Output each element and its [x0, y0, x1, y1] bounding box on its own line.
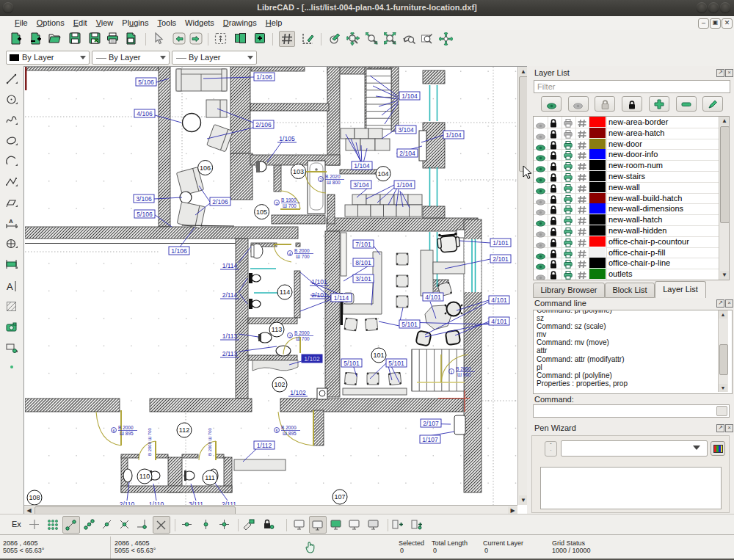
svg-text:B 2020: B 2020 — [325, 174, 341, 179]
svg-text:1/106: 1/106 — [171, 247, 187, 255]
svg-text:3: 3 — [275, 201, 277, 206]
svg-text:Ш 900: Ш 900 — [457, 372, 471, 377]
svg-text:105: 105 — [256, 208, 267, 216]
svg-text:4/101: 4/101 — [425, 294, 441, 301]
svg-text:8/101: 8/101 — [355, 259, 371, 266]
svg-text:B 1900: B 1900 — [281, 197, 297, 203]
svg-text:3/104: 3/104 — [353, 181, 369, 189]
svg-text:B 2000: B 2000 — [294, 330, 310, 335]
svg-text:B 2000: B 2000 — [281, 425, 297, 430]
svg-text:Ш 700: Ш 700 — [296, 254, 310, 259]
svg-text:101: 101 — [373, 352, 384, 359]
svg-text:114: 114 — [280, 288, 290, 296]
svg-text:1/102: 1/102 — [304, 355, 320, 363]
svg-text:2/114: 2/114 — [222, 291, 238, 299]
svg-text:2/106: 2/106 — [255, 121, 272, 128]
svg-text:2: 2 — [319, 178, 321, 182]
svg-text:1/104: 1/104 — [401, 92, 418, 100]
svg-text:B 2000: B 2000 — [118, 425, 134, 430]
svg-text:1/104: 1/104 — [354, 162, 370, 170]
svg-text:3/101: 3/101 — [355, 275, 371, 283]
svg-text:2/101: 2/101 — [493, 255, 509, 263]
svg-text:6: 6 — [112, 429, 115, 433]
svg-text:5/106: 5/106 — [137, 211, 153, 218]
svg-text:4/106: 4/106 — [137, 110, 153, 117]
svg-text:A: A — [7, 281, 13, 292]
svg-text:5/101: 5/101 — [344, 360, 360, 367]
svg-text:110: 110 — [139, 473, 150, 480]
svg-text:Ш 700: Ш 700 — [296, 336, 310, 341]
svg-text:103: 103 — [293, 168, 304, 175]
svg-text:B 2000 Ш 700: B 2000 Ш 700 — [148, 427, 152, 456]
svg-text:Ш 895: Ш 895 — [283, 431, 297, 436]
svg-text:1/106: 1/106 — [256, 73, 272, 81]
svg-text:1/101: 1/101 — [311, 278, 327, 286]
svg-text:5: 5 — [275, 429, 277, 433]
svg-text:104: 104 — [377, 170, 388, 178]
svg-text:108: 108 — [29, 494, 40, 501]
svg-text:1/114: 1/114 — [334, 294, 349, 302]
svg-text:2/107: 2/107 — [423, 420, 439, 427]
svg-text:1/112: 1/112 — [257, 442, 272, 449]
svg-text:1: 1 — [450, 370, 452, 374]
svg-text:7/101: 7/101 — [355, 241, 371, 248]
svg-text:5/101: 5/101 — [388, 360, 404, 367]
svg-text:4/101: 4/101 — [491, 318, 507, 325]
svg-text:3: 3 — [288, 334, 291, 338]
svg-text:2/104: 2/104 — [399, 150, 415, 157]
svg-text:111: 111 — [205, 474, 215, 481]
svg-text:107: 107 — [334, 493, 345, 501]
svg-text:2/113: 2/113 — [222, 350, 238, 357]
svg-text:2/106: 2/106 — [212, 198, 228, 206]
svg-text:1/107: 1/107 — [422, 436, 438, 443]
svg-text:102: 102 — [274, 381, 285, 388]
svg-text:Ш 800: Ш 800 — [327, 180, 341, 185]
svg-text:4/101: 4/101 — [491, 297, 507, 304]
svg-text:1/105: 1/105 — [279, 135, 295, 142]
svg-text:1/104: 1/104 — [396, 181, 413, 189]
svg-text:106: 106 — [200, 164, 211, 172]
svg-text:B 2000: B 2000 — [294, 248, 310, 253]
svg-text:5/106: 5/106 — [138, 79, 154, 86]
svg-text:4: 4 — [288, 252, 291, 256]
svg-text:113: 113 — [272, 326, 282, 333]
svg-text:5/101: 5/101 — [401, 321, 418, 328]
svg-text:1/114: 1/114 — [222, 262, 238, 269]
svg-text:1/113: 1/113 — [222, 332, 238, 340]
svg-text:A: A — [9, 218, 13, 225]
svg-text:3/106: 3/106 — [136, 195, 152, 203]
svg-text:2/101: 2/101 — [311, 291, 327, 299]
svg-text:112: 112 — [179, 426, 189, 434]
svg-text:3/104: 3/104 — [398, 126, 414, 134]
svg-text:1/102: 1/102 — [290, 389, 306, 396]
svg-text:B 2000: B 2000 — [456, 366, 471, 371]
svg-text:1/101: 1/101 — [493, 239, 509, 247]
svg-text:Ш 700: Ш 700 — [283, 203, 297, 208]
svg-text:Ш 895: Ш 895 — [120, 431, 134, 436]
svg-text:1/104: 1/104 — [446, 131, 462, 139]
svg-text:B 2000 Ш 700: B 2000 Ш 700 — [208, 427, 212, 456]
